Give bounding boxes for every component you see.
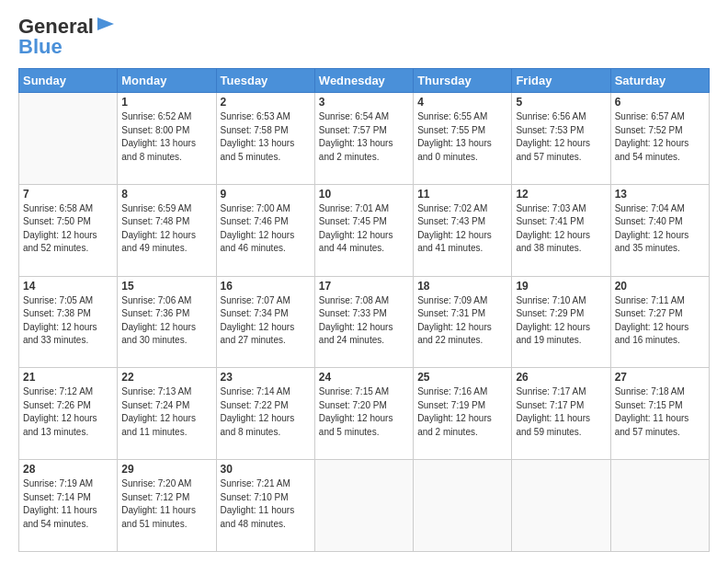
calendar-week-3: 14Sunrise: 7:05 AMSunset: 7:38 PMDayligh… [19,276,710,368]
day-info: Sunrise: 6:54 AMSunset: 7:57 PMDaylight:… [319,110,409,164]
day-info: Sunrise: 7:11 AMSunset: 7:27 PMDaylight:… [615,294,705,348]
calendar-table: SundayMondayTuesdayWednesdayThursdayFrid… [18,68,710,552]
day-number: 20 [615,280,705,293]
day-number: 8 [121,188,211,201]
day-number: 16 [221,280,311,293]
day-number: 25 [417,371,507,384]
calendar-week-1: 1Sunrise: 6:52 AMSunset: 8:00 PMDaylight… [19,93,710,185]
day-info: Sunrise: 7:02 AMSunset: 7:43 PMDaylight:… [417,202,507,256]
calendar-cell: 24Sunrise: 7:15 AMSunset: 7:20 PMDayligh… [314,368,413,460]
calendar-week-2: 7Sunrise: 6:58 AMSunset: 7:50 PMDaylight… [19,184,710,276]
calendar-cell: 15Sunrise: 7:06 AMSunset: 7:36 PMDayligh… [118,276,216,368]
day-number: 1 [121,96,211,109]
day-info: Sunrise: 7:20 AMSunset: 7:12 PMDaylight:… [121,477,211,531]
calendar-cell: 28Sunrise: 7:19 AMSunset: 7:14 PMDayligh… [19,460,118,552]
day-number: 10 [319,188,409,201]
day-number: 6 [615,96,705,109]
day-info: Sunrise: 6:59 AMSunset: 7:48 PMDaylight:… [121,202,211,256]
calendar-week-5: 28Sunrise: 7:19 AMSunset: 7:14 PMDayligh… [19,460,710,552]
day-number: 19 [516,280,606,293]
calendar-cell: 11Sunrise: 7:02 AMSunset: 7:43 PMDayligh… [414,184,512,276]
day-info: Sunrise: 7:05 AMSunset: 7:38 PMDaylight:… [23,294,113,348]
day-number: 28 [23,463,113,476]
calendar-cell: 9Sunrise: 7:00 AMSunset: 7:46 PMDaylight… [216,184,314,276]
day-number: 9 [221,188,311,201]
day-info: Sunrise: 7:01 AMSunset: 7:45 PMDaylight:… [319,202,409,256]
day-info: Sunrise: 6:58 AMSunset: 7:50 PMDaylight:… [23,202,113,256]
day-number: 12 [516,188,606,201]
day-info: Sunrise: 7:18 AMSunset: 7:15 PMDaylight:… [615,385,705,439]
weekday-header-saturday: Saturday [610,69,709,93]
calendar-cell: 17Sunrise: 7:08 AMSunset: 7:33 PMDayligh… [314,276,413,368]
day-number: 26 [516,371,606,384]
day-info: Sunrise: 7:09 AMSunset: 7:31 PMDaylight:… [417,294,507,348]
day-number: 17 [319,280,409,293]
weekday-header-tuesday: Tuesday [216,69,314,93]
day-number: 13 [615,188,705,201]
day-info: Sunrise: 6:57 AMSunset: 7:52 PMDaylight:… [615,110,705,164]
day-number: 29 [121,463,211,476]
logo: General Blue [18,15,116,59]
day-info: Sunrise: 7:13 AMSunset: 7:24 PMDaylight:… [121,385,211,439]
calendar-cell: 12Sunrise: 7:03 AMSunset: 7:41 PMDayligh… [512,184,610,276]
day-info: Sunrise: 7:07 AMSunset: 7:34 PMDaylight:… [221,294,311,348]
calendar-cell: 6Sunrise: 6:57 AMSunset: 7:52 PMDaylight… [610,93,709,185]
calendar-cell: 21Sunrise: 7:12 AMSunset: 7:26 PMDayligh… [19,368,118,460]
calendar-cell: 27Sunrise: 7:18 AMSunset: 7:15 PMDayligh… [610,368,709,460]
day-info: Sunrise: 7:12 AMSunset: 7:26 PMDaylight:… [23,385,113,439]
calendar-cell: 29Sunrise: 7:20 AMSunset: 7:12 PMDayligh… [118,460,216,552]
day-info: Sunrise: 7:14 AMSunset: 7:22 PMDaylight:… [221,385,311,439]
calendar-cell: 25Sunrise: 7:16 AMSunset: 7:19 PMDayligh… [414,368,512,460]
day-info: Sunrise: 6:56 AMSunset: 7:53 PMDaylight:… [516,110,606,164]
day-number: 7 [23,188,113,201]
day-number: 2 [221,96,311,109]
day-number: 30 [221,463,311,476]
day-info: Sunrise: 7:08 AMSunset: 7:33 PMDaylight:… [319,294,409,348]
day-info: Sunrise: 7:04 AMSunset: 7:40 PMDaylight:… [615,202,705,256]
day-info: Sunrise: 7:10 AMSunset: 7:29 PMDaylight:… [516,294,606,348]
calendar-cell: 1Sunrise: 6:52 AMSunset: 8:00 PMDaylight… [118,93,216,185]
calendar-cell: 20Sunrise: 7:11 AMSunset: 7:27 PMDayligh… [610,276,709,368]
calendar-cell [512,460,610,552]
day-number: 21 [23,371,113,384]
calendar-cell: 8Sunrise: 6:59 AMSunset: 7:48 PMDaylight… [118,184,216,276]
day-info: Sunrise: 7:17 AMSunset: 7:17 PMDaylight:… [516,385,606,439]
calendar-cell: 14Sunrise: 7:05 AMSunset: 7:38 PMDayligh… [19,276,118,368]
page: General Blue SundayMondayTuesdayWednesda… [0,0,728,563]
calendar-cell: 13Sunrise: 7:04 AMSunset: 7:40 PMDayligh… [610,184,709,276]
day-number: 23 [221,371,311,384]
day-number: 22 [121,371,211,384]
calendar-cell: 26Sunrise: 7:17 AMSunset: 7:17 PMDayligh… [512,368,610,460]
calendar-cell: 7Sunrise: 6:58 AMSunset: 7:50 PMDaylight… [19,184,118,276]
calendar-cell: 10Sunrise: 7:01 AMSunset: 7:45 PMDayligh… [314,184,413,276]
day-info: Sunrise: 6:55 AMSunset: 7:55 PMDaylight:… [417,110,507,164]
calendar-cell [19,93,118,185]
weekday-header-sunday: Sunday [19,69,118,93]
day-number: 14 [23,280,113,293]
calendar-cell [414,460,512,552]
day-number: 3 [319,96,409,109]
day-info: Sunrise: 7:19 AMSunset: 7:14 PMDaylight:… [23,477,113,531]
calendar-cell: 18Sunrise: 7:09 AMSunset: 7:31 PMDayligh… [414,276,512,368]
day-number: 5 [516,96,606,109]
day-number: 4 [417,96,507,109]
calendar-week-4: 21Sunrise: 7:12 AMSunset: 7:26 PMDayligh… [19,368,710,460]
calendar-cell: 30Sunrise: 7:21 AMSunset: 7:10 PMDayligh… [216,460,314,552]
calendar-cell: 4Sunrise: 6:55 AMSunset: 7:55 PMDaylight… [414,93,512,185]
day-number: 24 [319,371,409,384]
day-number: 15 [121,280,211,293]
weekday-header-monday: Monday [118,69,216,93]
day-info: Sunrise: 6:53 AMSunset: 7:58 PMDaylight:… [221,110,311,164]
calendar-cell: 22Sunrise: 7:13 AMSunset: 7:24 PMDayligh… [118,368,216,460]
day-info: Sunrise: 6:52 AMSunset: 8:00 PMDaylight:… [121,110,211,164]
calendar-cell [314,460,413,552]
day-info: Sunrise: 7:21 AMSunset: 7:10 PMDaylight:… [221,477,311,531]
calendar-cell: 5Sunrise: 6:56 AMSunset: 7:53 PMDaylight… [512,93,610,185]
weekday-header-thursday: Thursday [414,69,512,93]
svg-marker-0 [97,17,114,30]
calendar-cell: 19Sunrise: 7:10 AMSunset: 7:29 PMDayligh… [512,276,610,368]
day-number: 18 [417,280,507,293]
calendar-cell: 16Sunrise: 7:07 AMSunset: 7:34 PMDayligh… [216,276,314,368]
day-info: Sunrise: 7:03 AMSunset: 7:41 PMDaylight:… [516,202,606,256]
calendar-cell: 23Sunrise: 7:14 AMSunset: 7:22 PMDayligh… [216,368,314,460]
